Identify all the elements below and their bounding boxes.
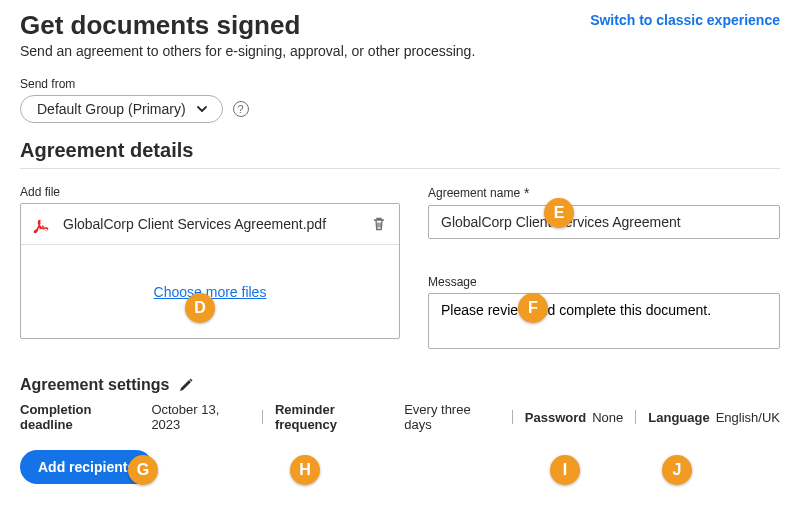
tag-f: F [518,293,548,323]
send-from-selected: Default Group (Primary) [37,101,186,117]
password-label: Password [525,410,586,425]
file-row: GlobalCorp Client Services Agreement.pdf [21,204,399,245]
file-name: GlobalCorp Client Services Agreement.pdf [63,216,361,232]
reminder-frequency-value: Every three days [404,402,500,432]
send-from-dropdown[interactable]: Default Group (Primary) [20,95,223,123]
tag-d: D [185,293,215,323]
pdf-icon [33,214,53,234]
password-value: None [592,410,623,425]
send-from-label: Send from [20,77,780,91]
setting-divider [635,410,636,424]
agreement-name-label: Agreement name [428,186,520,200]
setting-divider [262,410,263,424]
tag-g: G [128,455,158,485]
tag-h: H [290,455,320,485]
language-value: English/UK [716,410,780,425]
setting-divider [512,410,513,424]
help-icon[interactable]: ? [233,101,249,117]
message-label: Message [428,275,780,289]
tag-e: E [544,198,574,228]
tag-i: I [550,455,580,485]
chevron-down-icon [196,103,208,115]
trash-icon[interactable] [371,216,387,232]
reminder-frequency-label: Reminder frequency [275,402,398,432]
message-textarea[interactable] [428,293,780,349]
page-subtitle: Send an agreement to others for e-signin… [20,43,780,59]
add-file-label: Add file [20,185,400,199]
section-divider [20,168,780,169]
required-asterisk: * [524,185,529,201]
language-label: Language [648,410,709,425]
agreement-name-input[interactable] [428,205,780,239]
agreement-settings-heading: Agreement settings [20,376,169,394]
pencil-icon[interactable] [179,378,193,392]
completion-deadline-label: Completion deadline [20,402,145,432]
settings-values-row: Completion deadline October 13, 2023 Rem… [20,402,780,432]
switch-classic-link[interactable]: Switch to classic experience [590,12,780,28]
completion-deadline-value: October 13, 2023 [151,402,250,432]
tag-j: J [662,455,692,485]
agreement-details-heading: Agreement details [20,139,780,162]
